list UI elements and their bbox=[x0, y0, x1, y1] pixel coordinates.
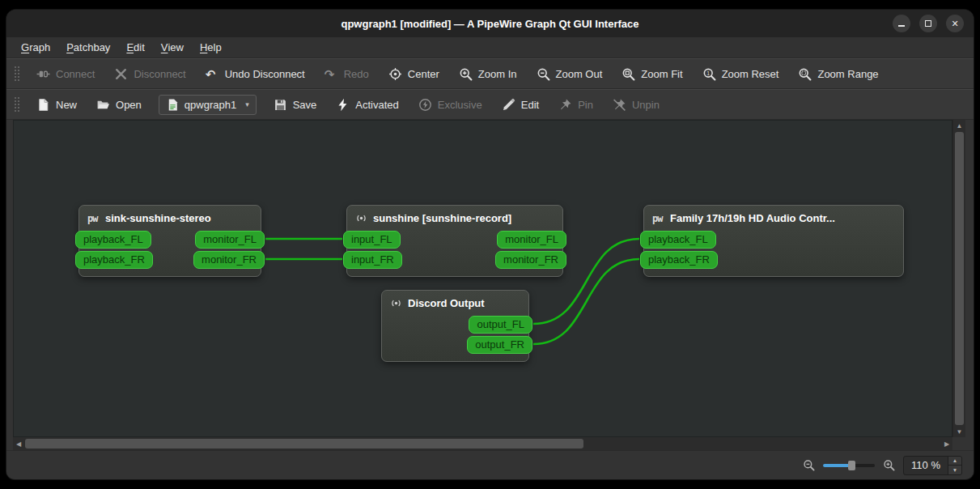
save-button[interactable]: Save bbox=[265, 94, 326, 116]
zoom-slider[interactable] bbox=[823, 464, 875, 467]
menu-label-rest: iew bbox=[168, 41, 184, 53]
toolbar-button-label: Redo bbox=[344, 68, 369, 80]
node-header: pwsink-sunshine-stereo bbox=[79, 206, 261, 230]
port-discord-output-output_FR[interactable]: output_FR bbox=[467, 336, 532, 354]
toolbar-grip-handle[interactable] bbox=[14, 96, 19, 113]
menu-graph[interactable]: Graph bbox=[13, 37, 58, 57]
toolbar-button-label: Zoom Range bbox=[817, 68, 878, 80]
close-button[interactable]: ✕ bbox=[946, 15, 964, 32]
toolbar-button-label: Pin bbox=[578, 99, 593, 111]
toolbar-button-label: Unpin bbox=[632, 99, 660, 111]
scrollbar-corner bbox=[952, 437, 974, 450]
graph-toolbar: ConnectDisconnect↶Undo Disconnect↷RedoCe… bbox=[6, 58, 974, 89]
port-sink-sunshine-stereo-playback_FR[interactable]: playback_FR bbox=[75, 251, 153, 269]
horizontal-scrollbar[interactable]: ◀ ▶ bbox=[13, 437, 952, 450]
menu-accel-char: V bbox=[161, 41, 168, 53]
maximize-button[interactable] bbox=[919, 15, 937, 32]
scroll-up-arrow-icon[interactable]: ▲ bbox=[953, 120, 965, 131]
graph-canvas[interactable]: pwsink-sunshine-stereoplayback_FLmonitor… bbox=[13, 120, 952, 437]
activated-button[interactable]: Activated bbox=[327, 94, 407, 116]
node-header: pwFamily 17h/19h HD Audio Contr... bbox=[644, 206, 903, 230]
port-family-audio-controller-playback_FR[interactable]: playback_FR bbox=[640, 251, 718, 269]
horizontal-scrollbar-row: ◀ ▶ bbox=[6, 437, 974, 450]
vertical-scrollbar-thumb[interactable] bbox=[955, 132, 964, 425]
scroll-right-arrow-icon[interactable]: ▶ bbox=[941, 437, 952, 450]
toolbar-grip-handle[interactable] bbox=[14, 66, 19, 82]
menu-label-rest: raph bbox=[29, 41, 50, 53]
port-sunshine-input_FL[interactable]: input_FL bbox=[343, 231, 401, 249]
node-sink-sunshine-stereo[interactable]: pwsink-sunshine-stereoplayback_FLmonitor… bbox=[78, 205, 261, 277]
menu-label-rest: atchbay bbox=[74, 41, 111, 53]
zoom-out-button[interactable]: Zoom Out bbox=[528, 63, 612, 85]
redo-button: ↷Redo bbox=[316, 63, 378, 85]
menu-view[interactable]: View bbox=[153, 37, 192, 57]
zoom-value: 110 % bbox=[904, 457, 948, 474]
zoom-reset-icon: 1 bbox=[702, 67, 716, 81]
new-button[interactable]: New bbox=[28, 94, 86, 116]
menubar: GraphPatchbayEditViewHelp bbox=[6, 37, 974, 58]
port-discord-output-output_FL[interactable]: output_FL bbox=[469, 316, 532, 334]
scroll-down-arrow-icon[interactable]: ▼ bbox=[953, 426, 965, 437]
zoom-out-icon bbox=[803, 459, 815, 471]
node-discord-output[interactable]: Discord Outputoutput_FLoutput_FR bbox=[381, 290, 529, 362]
node-title: sunshine [sunshine-record] bbox=[373, 212, 511, 224]
zoom-slider-handle[interactable] bbox=[848, 461, 855, 470]
toolbar-button-label: Edit bbox=[521, 99, 539, 111]
horizontal-scrollbar-thumb[interactable] bbox=[25, 439, 583, 449]
toolbar-button-label: Connect bbox=[56, 68, 95, 80]
zoom-fit-icon bbox=[622, 67, 635, 81]
menu-help[interactable]: Help bbox=[192, 37, 230, 57]
port-family-audio-controller-playback_FL[interactable]: playback_FL bbox=[640, 231, 716, 249]
menu-accel-char: E bbox=[126, 41, 134, 53]
zoom-reset-button[interactable]: 1Zoom Reset bbox=[694, 63, 788, 85]
port-sink-sunshine-stereo-monitor_FR[interactable]: monitor_FR bbox=[193, 251, 265, 269]
node-port-list: input_FLmonitor_FLinput_FRmonitor_FR bbox=[347, 230, 562, 276]
edit-icon bbox=[502, 98, 515, 112]
stream-icon bbox=[390, 297, 402, 309]
toolbar-button-label: Exclusive bbox=[438, 99, 482, 111]
zoom-spinbox: 110 % ▲ ▼ bbox=[903, 456, 962, 475]
new-icon bbox=[36, 98, 50, 112]
zoom-fit-button[interactable]: Zoom Fit bbox=[613, 63, 691, 85]
menu-edit[interactable]: Edit bbox=[118, 37, 152, 57]
file-toolbar: NewOpenqpwgraph1▾SaveActivatedExclusiveE… bbox=[6, 89, 974, 120]
port-sunshine-monitor_FR[interactable]: monitor_FR bbox=[495, 251, 566, 269]
combo-selected-value: qpwgraph1 bbox=[185, 99, 236, 111]
pin-icon bbox=[558, 98, 572, 112]
port-sink-sunshine-stereo-monitor_FL[interactable]: monitor_FL bbox=[195, 231, 265, 249]
save-icon bbox=[274, 98, 287, 112]
patchbay-combo[interactable]: qpwgraph1▾ bbox=[159, 95, 257, 115]
zoom-spin-arrows: ▲ ▼ bbox=[948, 457, 961, 474]
canvas-area: pwsink-sunshine-stereoplayback_FLmonitor… bbox=[6, 120, 974, 437]
node-family-audio-controller[interactable]: pwFamily 17h/19h HD Audio Contr...playba… bbox=[643, 205, 904, 277]
toolbar-button-label: Activated bbox=[355, 99, 398, 111]
undo-disconnect-button[interactable]: ↶Undo Disconnect bbox=[197, 63, 314, 85]
stream-icon bbox=[355, 212, 367, 224]
menu-patchbay[interactable]: Patchbay bbox=[58, 37, 118, 57]
scroll-left-arrow-icon[interactable]: ◀ bbox=[13, 437, 24, 450]
menu-label-rest: elp bbox=[207, 41, 221, 53]
node-sunshine[interactable]: sunshine [sunshine-record]input_FLmonito… bbox=[346, 205, 563, 277]
open-button[interactable]: Open bbox=[87, 94, 151, 116]
minimize-button[interactable] bbox=[893, 15, 910, 32]
port-sink-sunshine-stereo-playback_FL[interactable]: playback_FL bbox=[75, 231, 151, 249]
port-sunshine-monitor_FL[interactable]: monitor_FL bbox=[497, 231, 566, 249]
exclusive-icon bbox=[418, 98, 432, 112]
port-sunshine-input_FR[interactable]: input_FR bbox=[343, 251, 402, 269]
maximize-icon bbox=[925, 20, 931, 27]
toolbar-button-label: Zoom Fit bbox=[641, 68, 682, 80]
connections-layer bbox=[14, 121, 952, 436]
zoom-range-button[interactable]: Zoom Range bbox=[789, 63, 887, 85]
exclusive-button: Exclusive bbox=[409, 94, 491, 116]
toolbar-button-label: Open bbox=[116, 99, 142, 111]
open-icon bbox=[96, 98, 110, 112]
edit-button[interactable]: Edit bbox=[493, 94, 548, 116]
zoom-spin-down-button[interactable]: ▼ bbox=[948, 465, 961, 474]
zoom-in-icon bbox=[459, 67, 473, 81]
node-port-row: output_FR bbox=[382, 335, 528, 355]
vertical-scrollbar[interactable]: ▲ ▼ bbox=[952, 120, 965, 437]
node-port-row: input_FLmonitor_FL bbox=[347, 230, 562, 250]
zoom-spin-up-button[interactable]: ▲ bbox=[948, 457, 961, 466]
zoom-in-button[interactable]: Zoom In bbox=[450, 63, 526, 85]
center-button[interactable]: Center bbox=[380, 63, 448, 85]
